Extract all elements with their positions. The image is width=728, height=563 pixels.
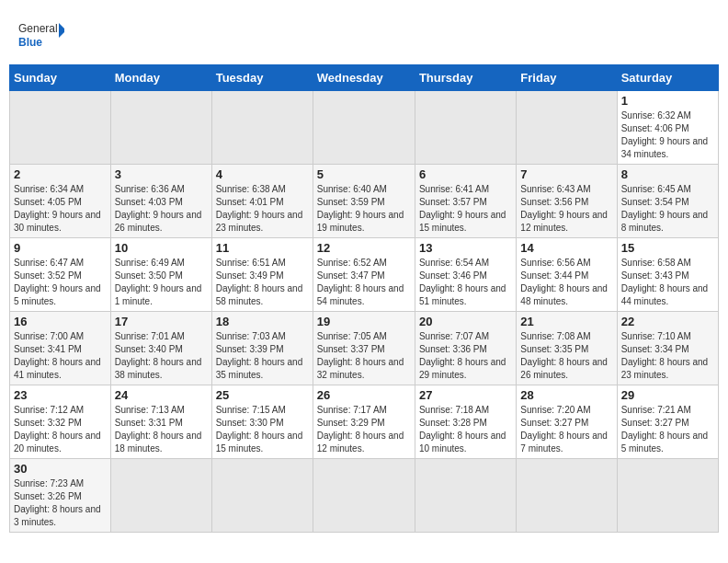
day-info: Sunrise: 7:20 AM Sunset: 3:27 PM Dayligh… <box>520 404 612 455</box>
day-info: Sunrise: 7:12 AM Sunset: 3:32 PM Dayligh… <box>14 404 107 455</box>
calendar-cell: 27Sunrise: 7:18 AM Sunset: 3:28 PM Dayli… <box>415 385 516 459</box>
week-row: 23Sunrise: 7:12 AM Sunset: 3:32 PM Dayli… <box>10 385 719 459</box>
day-info: Sunrise: 6:38 AM Sunset: 4:01 PM Dayligh… <box>216 183 309 235</box>
svg-text:Blue: Blue <box>18 36 42 49</box>
calendar-cell <box>415 91 516 165</box>
calendar-cell: 23Sunrise: 7:12 AM Sunset: 3:32 PM Dayli… <box>10 385 111 459</box>
svg-marker-2 <box>59 23 64 38</box>
day-info: Sunrise: 6:52 AM Sunset: 3:47 PM Dayligh… <box>317 257 411 308</box>
day-number: 23 <box>14 388 107 402</box>
day-info: Sunrise: 7:03 AM Sunset: 3:39 PM Dayligh… <box>216 330 309 382</box>
day-info: Sunrise: 7:10 AM Sunset: 3:34 PM Dayligh… <box>621 330 714 382</box>
day-number: 13 <box>419 241 512 255</box>
day-number: 15 <box>621 241 714 255</box>
calendar-cell: 25Sunrise: 7:15 AM Sunset: 3:30 PM Dayli… <box>211 385 313 459</box>
day-number: 5 <box>317 167 411 181</box>
day-info: Sunrise: 6:54 AM Sunset: 3:46 PM Dayligh… <box>419 257 512 308</box>
day-number: 6 <box>419 167 512 181</box>
calendar-cell: 4Sunrise: 6:38 AM Sunset: 4:01 PM Daylig… <box>211 165 313 238</box>
day-info: Sunrise: 7:01 AM Sunset: 3:40 PM Dayligh… <box>115 330 208 382</box>
calendar-cell: 16Sunrise: 7:00 AM Sunset: 3:41 PM Dayli… <box>10 312 111 385</box>
day-info: Sunrise: 7:17 AM Sunset: 3:29 PM Dayligh… <box>317 404 411 455</box>
day-number: 26 <box>317 388 411 402</box>
day-number: 29 <box>621 388 714 402</box>
weekday-friday: Friday <box>517 65 617 91</box>
weekday-sunday: Sunday <box>10 65 111 91</box>
calendar-cell: 29Sunrise: 7:21 AM Sunset: 3:27 PM Dayli… <box>617 385 718 459</box>
calendar-cell: 10Sunrise: 6:49 AM Sunset: 3:50 PM Dayli… <box>110 238 211 312</box>
day-info: Sunrise: 7:13 AM Sunset: 3:31 PM Dayligh… <box>115 404 208 455</box>
calendar-cell <box>110 91 211 165</box>
calendar-cell: 12Sunrise: 6:52 AM Sunset: 3:47 PM Dayli… <box>313 238 415 312</box>
day-number: 20 <box>419 315 512 328</box>
calendar-cell <box>211 459 313 533</box>
day-info: Sunrise: 7:23 AM Sunset: 3:26 PM Dayligh… <box>14 477 107 529</box>
calendar-cell <box>517 459 617 533</box>
day-info: Sunrise: 6:41 AM Sunset: 3:57 PM Dayligh… <box>419 183 512 235</box>
day-number: 25 <box>216 388 309 402</box>
day-info: Sunrise: 7:07 AM Sunset: 3:36 PM Dayligh… <box>419 330 512 382</box>
day-number: 30 <box>14 462 107 476</box>
day-number: 22 <box>621 315 714 328</box>
day-number: 11 <box>216 241 309 255</box>
calendar-cell: 3Sunrise: 6:36 AM Sunset: 4:03 PM Daylig… <box>110 165 211 238</box>
day-info: Sunrise: 7:18 AM Sunset: 3:28 PM Dayligh… <box>419 404 512 455</box>
calendar-cell: 19Sunrise: 7:05 AM Sunset: 3:37 PM Dayli… <box>313 312 415 385</box>
calendar-cell <box>617 459 718 533</box>
week-row: 2Sunrise: 6:34 AM Sunset: 4:05 PM Daylig… <box>10 165 719 238</box>
day-info: Sunrise: 7:15 AM Sunset: 3:30 PM Dayligh… <box>216 404 309 455</box>
calendar-cell: 26Sunrise: 7:17 AM Sunset: 3:29 PM Dayli… <box>313 385 415 459</box>
calendar-cell <box>313 91 415 165</box>
calendar-cell <box>517 91 617 165</box>
week-row: 1Sunrise: 6:32 AM Sunset: 4:06 PM Daylig… <box>10 91 719 165</box>
day-number: 1 <box>621 94 714 108</box>
day-number: 27 <box>419 388 512 402</box>
day-number: 9 <box>14 241 107 255</box>
day-number: 3 <box>115 167 208 181</box>
calendar-cell: 21Sunrise: 7:08 AM Sunset: 3:35 PM Dayli… <box>517 312 617 385</box>
calendar-cell: 18Sunrise: 7:03 AM Sunset: 3:39 PM Dayli… <box>211 312 313 385</box>
day-info: Sunrise: 6:36 AM Sunset: 4:03 PM Dayligh… <box>115 183 208 235</box>
calendar-cell: 13Sunrise: 6:54 AM Sunset: 3:46 PM Dayli… <box>415 238 516 312</box>
day-info: Sunrise: 6:58 AM Sunset: 3:43 PM Dayligh… <box>621 257 714 308</box>
day-number: 24 <box>115 388 208 402</box>
day-number: 10 <box>115 241 208 255</box>
calendar-cell <box>110 459 211 533</box>
calendar-cell: 8Sunrise: 6:45 AM Sunset: 3:54 PM Daylig… <box>617 165 718 238</box>
day-info: Sunrise: 7:05 AM Sunset: 3:37 PM Dayligh… <box>317 330 411 382</box>
day-info: Sunrise: 6:45 AM Sunset: 3:54 PM Dayligh… <box>621 183 714 235</box>
week-row: 30Sunrise: 7:23 AM Sunset: 3:26 PM Dayli… <box>10 459 719 533</box>
day-number: 7 <box>520 167 612 181</box>
day-info: Sunrise: 6:51 AM Sunset: 3:49 PM Dayligh… <box>216 257 309 308</box>
calendar-cell: 20Sunrise: 7:07 AM Sunset: 3:36 PM Dayli… <box>415 312 516 385</box>
day-number: 21 <box>520 315 612 328</box>
day-number: 28 <box>520 388 612 402</box>
weekday-header: SundayMondayTuesdayWednesdayThursdayFrid… <box>10 65 719 91</box>
calendar-body: 1Sunrise: 6:32 AM Sunset: 4:06 PM Daylig… <box>10 91 719 533</box>
day-info: Sunrise: 7:08 AM Sunset: 3:35 PM Dayligh… <box>520 330 612 382</box>
day-number: 8 <box>621 167 714 181</box>
day-info: Sunrise: 6:49 AM Sunset: 3:50 PM Dayligh… <box>115 257 208 308</box>
weekday-tuesday: Tuesday <box>211 65 313 91</box>
day-info: Sunrise: 6:43 AM Sunset: 3:56 PM Dayligh… <box>520 183 612 235</box>
calendar-cell: 5Sunrise: 6:40 AM Sunset: 3:59 PM Daylig… <box>313 165 415 238</box>
calendar: SundayMondayTuesdayWednesdayThursdayFrid… <box>9 64 719 533</box>
day-number: 19 <box>317 315 411 328</box>
day-number: 2 <box>14 167 107 181</box>
calendar-cell: 24Sunrise: 7:13 AM Sunset: 3:31 PM Dayli… <box>110 385 211 459</box>
week-row: 9Sunrise: 6:47 AM Sunset: 3:52 PM Daylig… <box>10 238 719 312</box>
weekday-monday: Monday <box>110 65 211 91</box>
weekday-wednesday: Wednesday <box>313 65 415 91</box>
calendar-cell: 7Sunrise: 6:43 AM Sunset: 3:56 PM Daylig… <box>517 165 617 238</box>
logo-svg: General Blue <box>18 18 64 55</box>
calendar-cell: 17Sunrise: 7:01 AM Sunset: 3:40 PM Dayli… <box>110 312 211 385</box>
calendar-cell <box>10 91 111 165</box>
day-info: Sunrise: 6:34 AM Sunset: 4:05 PM Dayligh… <box>14 183 107 235</box>
weekday-thursday: Thursday <box>415 65 516 91</box>
calendar-cell: 22Sunrise: 7:10 AM Sunset: 3:34 PM Dayli… <box>617 312 718 385</box>
calendar-cell: 6Sunrise: 6:41 AM Sunset: 3:57 PM Daylig… <box>415 165 516 238</box>
calendar-cell: 15Sunrise: 6:58 AM Sunset: 3:43 PM Dayli… <box>617 238 718 312</box>
calendar-cell: 1Sunrise: 6:32 AM Sunset: 4:06 PM Daylig… <box>617 91 718 165</box>
calendar-cell: 28Sunrise: 7:20 AM Sunset: 3:27 PM Dayli… <box>517 385 617 459</box>
day-number: 12 <box>317 241 411 255</box>
